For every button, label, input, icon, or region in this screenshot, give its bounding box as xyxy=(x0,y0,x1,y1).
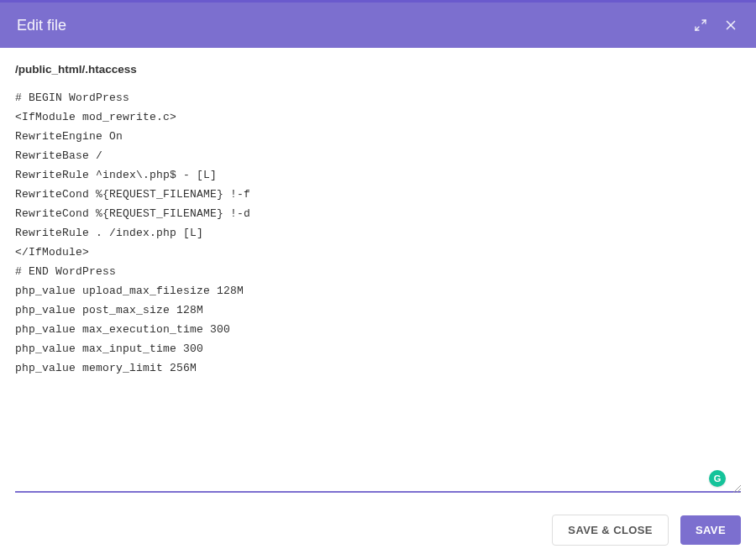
save-and-close-button[interactable]: SAVE & CLOSE xyxy=(552,515,669,546)
modal-body: /public_html/.htaccess G xyxy=(0,48,756,493)
expand-icon[interactable] xyxy=(692,17,709,34)
file-path: /public_html/.htaccess xyxy=(15,63,741,76)
grammarly-icon[interactable]: G xyxy=(709,470,726,487)
save-button[interactable]: SAVE xyxy=(680,515,741,545)
editor-container: G xyxy=(15,88,741,493)
file-content-editor[interactable] xyxy=(15,88,741,489)
svg-line-6 xyxy=(739,492,741,493)
edit-file-modal: Edit file /public_html/.htaccess xyxy=(0,0,756,554)
header-actions xyxy=(692,17,739,34)
modal-title: Edit file xyxy=(17,17,66,34)
modal-footer: SAVE & CLOSE SAVE xyxy=(0,493,756,554)
modal-header: Edit file xyxy=(0,3,756,48)
close-icon[interactable] xyxy=(722,17,739,34)
